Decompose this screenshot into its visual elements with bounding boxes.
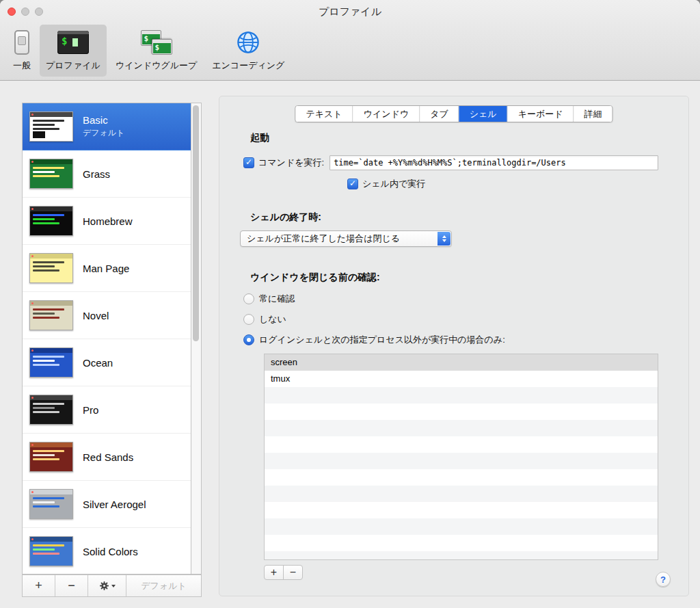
shell-exit-selected-option: シェルが正常に終了した場合は閉じる: [247, 233, 400, 245]
profile-name: Pro: [83, 404, 98, 416]
run-inside-shell-row: シェル内で実行: [347, 177, 658, 191]
tab-text[interactable]: テキスト: [295, 106, 353, 122]
profile-actions-bar: + − デフォルト: [22, 574, 202, 597]
profile-thumbnail: [29, 159, 73, 189]
add-profile-button[interactable]: +: [23, 575, 55, 596]
profile-gear-menu-button[interactable]: [88, 575, 126, 596]
startup-heading: 起動: [250, 132, 658, 144]
confirm-radio-processes[interactable]: [243, 334, 254, 345]
toolbar-item-label: プロファイル: [46, 60, 100, 72]
window-group-icon: [141, 29, 172, 56]
settings-pane: テキスト ウインドウ タブ シェル キーボード 詳細 起動 コマンドを実行: シ…: [219, 96, 689, 596]
profile-thumbnail: [29, 489, 73, 519]
sidebar-scrollbar[interactable]: [191, 103, 202, 574]
profile-thumbnail: [29, 347, 73, 378]
scrollbar-thumb[interactable]: [193, 105, 199, 341]
run-command-input[interactable]: [329, 155, 658, 170]
profile-row-ocean[interactable]: Ocean: [23, 339, 191, 386]
gear-icon: [99, 581, 109, 591]
process-list-stripes: [265, 387, 658, 559]
profile-name: Novel: [83, 310, 109, 321]
set-default-button[interactable]: デフォルト: [126, 575, 201, 596]
shell-settings: 起動 コマンドを実行: シェル内で実行 シェルの終了時: シェルが正常に終了した…: [240, 132, 658, 580]
globe-icon: [237, 29, 260, 56]
profile-row-red-sands[interactable]: Red Sands: [23, 434, 191, 481]
profile-thumbnail: [29, 253, 73, 283]
tab-window[interactable]: ウインドウ: [353, 106, 420, 122]
profile-name: Ocean: [83, 357, 113, 369]
settings-tab-bar: テキスト ウインドウ タブ シェル キーボード 詳細: [295, 105, 612, 122]
popup-arrows-icon: [438, 232, 450, 246]
profile-row-solid-colors[interactable]: Solid Colors: [23, 528, 191, 574]
profile-row-pro[interactable]: Pro: [23, 386, 191, 434]
help-button[interactable]: ?: [656, 572, 671, 587]
run-command-checkbox[interactable]: [243, 157, 254, 168]
profile-thumbnail: [29, 536, 73, 566]
toolbar-item-window-groups[interactable]: ウインドウグループ: [109, 25, 203, 77]
run-command-row: コマンドを実行:: [243, 155, 658, 170]
profile-thumbnail: [29, 111, 73, 142]
toolbar-item-profiles[interactable]: プロファイル: [40, 25, 107, 77]
run-command-label: コマンドを実行:: [258, 157, 324, 169]
tab-advanced[interactable]: 詳細: [574, 106, 612, 122]
confirm-radio-always[interactable]: [243, 293, 254, 304]
window-header: プロファイル 一般 プロファイル ウインドウグループ: [0, 0, 700, 81]
profile-name: Silver Aerogel: [83, 499, 146, 510]
run-inside-shell-label: シェル内で実行: [362, 178, 425, 190]
profile-thumbnail: [29, 300, 73, 330]
profile-list: Basic デフォルト Grass Homebrew Man Page: [22, 103, 191, 574]
confirm-option-always: 常に確認: [243, 292, 658, 306]
confirm-processes-label: ログインシェルと次の指定プロセス以外が実行中の場合のみ:: [259, 334, 505, 346]
run-inside-shell-checkbox[interactable]: [347, 179, 358, 189]
terminal-icon: [57, 29, 89, 56]
terminal-preferences-window: プロファイル 一般 プロファイル ウインドウグループ: [0, 0, 700, 608]
toolbar-item-label: エンコーディング: [212, 60, 284, 72]
shell-exit-select[interactable]: シェルが正常に終了した場合は閉じる: [240, 230, 452, 247]
profile-row-grass[interactable]: Grass: [23, 150, 191, 198]
process-row-tmux[interactable]: tmux: [265, 371, 658, 387]
window-title: プロファイル: [0, 5, 700, 18]
confirm-option-never: しない: [243, 313, 658, 326]
toolbar-item-label: 一般: [13, 60, 31, 72]
profile-name: Man Page: [83, 263, 129, 274]
profile-thumbnail: [29, 206, 73, 236]
toolbar-item-general[interactable]: 一般: [7, 25, 37, 77]
profile-name: Red Sands: [83, 451, 133, 463]
confirm-never-label: しない: [259, 313, 286, 326]
profile-thumbnail: [29, 442, 73, 472]
confirm-option-processes: ログインシェルと次の指定プロセス以外が実行中の場合のみ:: [243, 333, 658, 347]
profile-row-novel[interactable]: Novel: [23, 292, 191, 339]
profile-default-badge: デフォルト: [83, 127, 124, 139]
shell-exit-heading: シェルの終了時:: [250, 211, 658, 224]
process-list-buttons: + −: [264, 565, 658, 580]
toolbar-item-label: ウインドウグループ: [116, 60, 197, 72]
tab-tab[interactable]: タブ: [420, 106, 459, 122]
profile-name: Basic: [83, 114, 124, 126]
confirm-close-heading: ウインドウを閉じる前の確認:: [250, 272, 658, 284]
profile-name: Grass: [83, 168, 110, 180]
remove-process-button[interactable]: −: [283, 565, 303, 580]
toolbar-item-encodings[interactable]: エンコーディング: [206, 25, 291, 77]
confirm-always-label: 常に確認: [259, 293, 295, 305]
profile-thumbnail: [29, 395, 73, 425]
tab-shell[interactable]: シェル: [459, 106, 508, 122]
profile-row-basic[interactable]: Basic デフォルト: [23, 103, 191, 150]
profile-row-silver-aerogel[interactable]: Silver Aerogel: [23, 481, 191, 528]
general-icon: [14, 29, 29, 56]
tab-keyboard[interactable]: キーボード: [508, 106, 574, 122]
profile-name: Solid Colors: [83, 546, 138, 557]
profile-row-man-page[interactable]: Man Page: [23, 245, 191, 292]
add-process-button[interactable]: +: [264, 565, 284, 580]
chevron-down-icon: [111, 585, 116, 587]
process-row-screen[interactable]: screen: [265, 354, 658, 371]
profile-row-homebrew[interactable]: Homebrew: [23, 198, 191, 245]
toolbar: 一般 プロファイル ウインドウグループ: [7, 25, 291, 77]
confirm-radio-never[interactable]: [243, 314, 254, 325]
remove-profile-button[interactable]: −: [55, 575, 88, 596]
profile-name: Homebrew: [83, 215, 133, 227]
process-list[interactable]: screen tmux: [264, 354, 658, 560]
